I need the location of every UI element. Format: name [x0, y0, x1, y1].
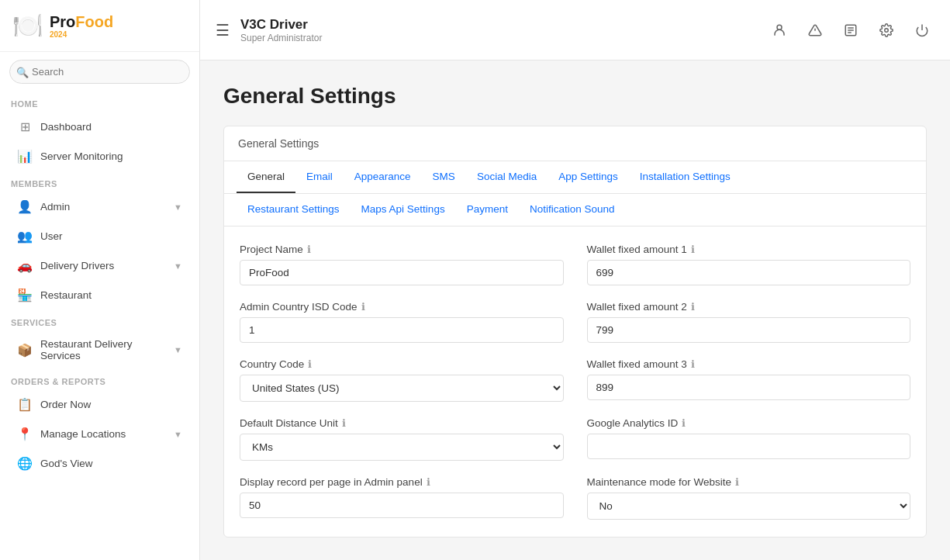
sidebar-item-admin[interactable]: 👤 Admin ▼ [5, 192, 195, 221]
country-code-select[interactable]: United States (US) United Kingdom (UK) C… [240, 375, 564, 402]
maintenance-group: Maintenance mode for Website ℹ No Yes [587, 476, 911, 520]
sidebar-section-orders: ORDERS & REPORTS 📋 Order Now 📍 Manage Lo… [0, 369, 199, 479]
admin-isd-input[interactable] [240, 317, 564, 343]
wallet3-group: Wallet fixed amount 3 ℹ [587, 358, 911, 402]
sidebar-item-manage-locations[interactable]: 📍 Manage Locations ▼ [5, 420, 195, 448]
content-area: General Settings General Settings Genera… [200, 60, 950, 560]
hamburger-button[interactable]: ☰ [216, 21, 230, 40]
sidebar-item-delivery-drivers-label: Delivery Drivers [40, 260, 114, 271]
country-code-label: Country Code ℹ [240, 358, 564, 370]
country-code-group: Country Code ℹ United States (US) United… [240, 358, 564, 402]
sidebar-item-admin-label: Admin [40, 201, 70, 213]
restaurant-delivery-chevron-icon: ▼ [174, 345, 182, 354]
tab-payment[interactable]: Payment [456, 194, 519, 226]
google-analytics-label: Google Analytics ID ℹ [587, 417, 911, 429]
logo: 🍽️ ProFood 2024 [0, 0, 199, 52]
sidebar: 🍽️ ProFood 2024 🔍 HOME ⊞ Dashboard 📊 Ser… [0, 0, 200, 560]
delivery-chevron-icon: ▼ [174, 261, 182, 271]
header-icons [767, 18, 934, 43]
sidebar-item-user[interactable]: 👥 User [5, 222, 195, 251]
search-icon: 🔍 [16, 66, 29, 78]
tab-maps-api[interactable]: Maps Api Settings [351, 194, 456, 226]
header: ☰ V3C Driver Super Administrator [200, 0, 950, 60]
wallet2-group: Wallet fixed amount 2 ℹ [587, 301, 911, 343]
sidebar-item-gods-view-label: God's View [40, 458, 93, 469]
dashboard-icon: ⊞ [17, 119, 33, 134]
home-section-label: HOME [0, 92, 199, 112]
maintenance-info-icon[interactable]: ℹ [735, 476, 739, 488]
logo-icon: 🍽️ [12, 11, 43, 40]
sidebar-item-server-monitoring[interactable]: 📊 Server Monitoring [5, 142, 195, 171]
user-icon: 👥 [17, 229, 33, 244]
tab-social-media[interactable]: Social Media [466, 161, 548, 193]
sidebar-section-members: MEMBERS 👤 Admin ▼ 👥 User 🚗 Delivery Driv… [0, 171, 199, 310]
tab-restaurant-settings[interactable]: Restaurant Settings [237, 194, 351, 226]
sidebar-item-restaurant[interactable]: 🏪 Restaurant [5, 281, 195, 309]
admin-icon: 👤 [17, 199, 33, 214]
sidebar-item-dashboard[interactable]: ⊞ Dashboard [5, 112, 195, 141]
form-area: Project Name ℹ Wallet fixed amount 1 ℹ [224, 226, 926, 537]
project-name-label: Project Name ℹ [240, 244, 564, 255]
header-notes-icon[interactable] [838, 18, 863, 43]
members-section-label: MEMBERS [0, 171, 199, 192]
wallet2-input[interactable] [587, 317, 911, 343]
header-power-icon[interactable] [910, 18, 934, 43]
sidebar-item-order-now[interactable]: 📋 Order Now [5, 390, 195, 419]
svg-point-7 [885, 28, 889, 32]
header-title-main: V3C Driver [240, 17, 756, 33]
svg-point-0 [777, 25, 782, 29]
sidebar-section-services: SERVICES 📦 Restaurant Delivery Services … [0, 310, 199, 369]
admin-isd-label: Admin Country ISD Code ℹ [240, 301, 564, 313]
restaurant-icon: 🏪 [17, 288, 33, 302]
header-user-icon[interactable] [767, 18, 792, 43]
wallet3-info-icon[interactable]: ℹ [691, 358, 695, 370]
tab-appearance[interactable]: Appearance [344, 161, 422, 193]
google-analytics-input[interactable] [587, 434, 911, 459]
project-name-input[interactable] [240, 260, 564, 285]
wallet1-info-icon[interactable]: ℹ [691, 244, 695, 255]
tab-general[interactable]: General [237, 161, 295, 193]
tab-sms[interactable]: SMS [422, 161, 466, 193]
tab-email[interactable]: Email [295, 161, 344, 193]
header-subtitle: Super Administrator [240, 33, 756, 43]
sidebar-item-manage-locations-label: Manage Locations [40, 428, 126, 440]
settings-card: General Settings General Email Appearanc… [223, 126, 927, 538]
country-code-info-icon[interactable]: ℹ [308, 358, 312, 370]
wallet2-info-icon[interactable]: ℹ [691, 301, 695, 313]
search-input[interactable] [9, 60, 190, 84]
sidebar-item-restaurant-label: Restaurant [40, 289, 92, 301]
page-title: General Settings [223, 84, 927, 109]
maintenance-select[interactable]: No Yes [587, 493, 911, 520]
distance-unit-select[interactable]: KMs Miles [240, 434, 564, 461]
wallet1-group: Wallet fixed amount 1 ℹ [587, 244, 911, 285]
wallet3-input[interactable] [587, 375, 911, 400]
wallet1-input[interactable] [587, 260, 911, 285]
display-record-input[interactable] [240, 493, 564, 518]
sidebar-item-restaurant-delivery[interactable]: 📦 Restaurant Delivery Services ▼ [5, 331, 195, 368]
distance-unit-info-icon[interactable]: ℹ [342, 417, 346, 429]
logo-pro: Pro [50, 13, 75, 30]
tab-notification-sound[interactable]: Notification Sound [519, 194, 626, 226]
display-record-label: Display record per page in Admin panel ℹ [240, 476, 564, 488]
logo-text: ProFood 2024 [50, 13, 113, 39]
project-name-info-icon[interactable]: ℹ [307, 244, 311, 255]
logo-year: 2024 [50, 30, 113, 39]
header-gear-icon[interactable] [874, 18, 899, 43]
search-box: 🔍 [0, 52, 199, 92]
tab-app-settings[interactable]: App Settings [548, 161, 629, 193]
admin-isd-info-icon[interactable]: ℹ [361, 301, 365, 313]
wallet1-label: Wallet fixed amount 1 ℹ [587, 244, 911, 255]
form-grid: Project Name ℹ Wallet fixed amount 1 ℹ [240, 244, 910, 520]
header-alert-icon[interactable] [803, 18, 827, 43]
tab-installation-settings[interactable]: Installation Settings [629, 161, 741, 193]
display-record-info-icon[interactable]: ℹ [427, 476, 430, 488]
sidebar-item-delivery-drivers[interactable]: 🚗 Delivery Drivers ▼ [5, 251, 195, 280]
display-record-group: Display record per page in Admin panel ℹ [240, 476, 564, 520]
tabs-row-1: General Email Appearance SMS Social Medi… [224, 161, 926, 194]
sidebar-item-order-now-label: Order Now [40, 399, 91, 410]
restaurant-delivery-icon: 📦 [17, 343, 33, 358]
google-analytics-info-icon[interactable]: ℹ [682, 417, 686, 429]
order-now-icon: 📋 [17, 397, 33, 412]
maintenance-label: Maintenance mode for Website ℹ [587, 476, 911, 488]
sidebar-item-gods-view[interactable]: 🌐 God's View [5, 449, 195, 478]
